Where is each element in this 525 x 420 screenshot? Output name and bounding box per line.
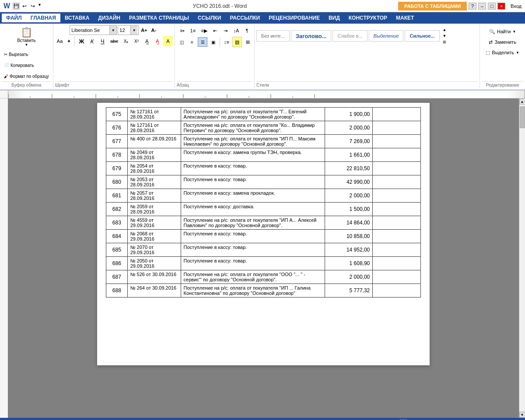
cell-amount[interactable]: 7 269,00 (325, 135, 373, 148)
menu-references[interactable]: ССЫЛКИ (193, 14, 225, 22)
sort-button[interactable]: ↕A (231, 25, 242, 36)
page-wrapper[interactable]: 675 № 127161 от 28.09.2016 Поступление н… (8, 98, 519, 418)
menu-view[interactable]: ВИД (324, 14, 344, 22)
font-color-button[interactable]: А̲ (153, 36, 162, 46)
cell-num[interactable]: 679 (106, 162, 128, 175)
styles-down-button[interactable]: ▼ (442, 33, 448, 39)
style-strong[interactable]: Сильное... (405, 30, 439, 42)
cell-num[interactable]: 678 (106, 148, 128, 162)
cell-num[interactable]: 688 (106, 284, 128, 298)
cell-desc[interactable]: Поступление в кассу: замена группы ТЭН, … (181, 148, 325, 162)
cut-button[interactable]: ✂Вырезать (2, 49, 51, 60)
vertical-scrollbar[interactable]: ▲ ▼ (519, 98, 525, 418)
cell-doc[interactable]: № 127161 от 28.09.2016 (127, 121, 181, 135)
numbering-button[interactable]: 1≡ (188, 25, 198, 36)
line-spacing-button[interactable]: ↕≡ (222, 37, 231, 47)
bullets-button[interactable]: ≡• (178, 25, 187, 36)
undo-icon[interactable]: ↩ (21, 3, 28, 10)
font-size-input[interactable]: ▼ (118, 25, 139, 35)
cell-amount[interactable]: 22 810,50 (325, 162, 373, 175)
replace-button[interactable]: ⇄ Заменить (485, 37, 520, 47)
cell-doc[interactable]: № 2057 от 28.09.2016 (127, 189, 181, 203)
cell-num[interactable]: 686 (106, 257, 128, 270)
minimize-button[interactable]: – (478, 3, 486, 10)
styles-up-button[interactable]: ▲ (442, 27, 448, 33)
format-painter-button[interactable]: 🖌Формат по образцу (2, 71, 51, 81)
cell-desc[interactable]: Поступление в кассу: доставка. (181, 203, 325, 216)
redo-icon[interactable]: ↪ (29, 3, 36, 10)
cell-desc[interactable]: Поступление в кассу: товар. (181, 162, 325, 175)
show-marks-button[interactable]: ¶ (242, 25, 252, 36)
cell-amount[interactable]: 5 777,32 (325, 284, 373, 298)
menu-home[interactable]: ГЛАВНАЯ (26, 14, 60, 22)
cell-desc[interactable]: Поступление в кассу: товар. (181, 257, 325, 270)
cell-num[interactable]: 682 (106, 203, 128, 216)
find-button[interactable]: 🔍 Найти ▼ (485, 27, 520, 36)
cell-desc[interactable]: Поступление на р/с: оплата от покупателя… (181, 135, 325, 148)
cell-amount[interactable]: 14 864,00 (325, 216, 373, 230)
bold-button[interactable]: Ж (77, 36, 86, 46)
menu-file[interactable]: ФАЙЛ (2, 14, 26, 22)
cell-doc[interactable]: № 400 от 28.09.2016 (127, 135, 181, 148)
font-size-field[interactable] (118, 27, 130, 33)
shading-button[interactable]: ▧ (232, 37, 242, 47)
scroll-thumb[interactable] (520, 106, 525, 128)
menu-mailings[interactable]: РАССЫЛКИ (225, 14, 264, 22)
styles-more-button[interactable]: ⊞ (442, 39, 448, 45)
cell-desc[interactable]: Поступление на р/с: оплата от покупателя… (181, 270, 325, 284)
cell-num[interactable]: 687 (106, 270, 128, 284)
cell-num[interactable]: 675 (106, 108, 128, 121)
font-name-field[interactable] (70, 27, 109, 33)
cell-amount[interactable]: 42 990,00 (325, 175, 373, 189)
cell-doc[interactable]: № 2049 от 28.09.2016 (127, 148, 181, 162)
menu-table-design[interactable]: КОНСТРУКТОР (344, 14, 392, 22)
cell-desc[interactable]: Поступление на р/с: оплата от покупателя… (181, 284, 325, 298)
cell-doc[interactable]: № 2070 от 29.09.2016 (127, 243, 181, 257)
cell-amount[interactable]: 2 000,00 (325, 189, 373, 203)
cell-amount[interactable]: 14 952,00 (325, 243, 373, 257)
cell-num[interactable]: 685 (106, 243, 128, 257)
cell-amount[interactable]: 1 500,00 (325, 203, 373, 216)
maximize-button[interactable]: □ (488, 3, 496, 10)
font-name-input[interactable]: ▼ (70, 25, 117, 35)
multilevel-list-button[interactable]: ≡▶ (199, 25, 209, 36)
cell-num[interactable]: 683 (106, 216, 128, 230)
underline-button[interactable]: Ч (98, 36, 107, 46)
cell-doc[interactable]: № 127161 от 28.09.2016 (127, 108, 181, 121)
char-shading-button[interactable]: А (163, 36, 173, 46)
cell-desc[interactable]: Поступление в кассу: товар. (181, 243, 325, 257)
align-justify-button[interactable]: ☰ (198, 37, 207, 47)
cell-amount[interactable]: 1 661,00 (325, 148, 373, 162)
cell-doc[interactable]: № 2068 от 29.09.2016 (127, 230, 181, 243)
menu-table-layout[interactable]: МАКЕТ (392, 14, 418, 22)
close-button[interactable]: × (497, 3, 505, 10)
cell-doc[interactable]: № 264 от 30.09.2016 (127, 284, 181, 298)
style-emphasis[interactable]: Выделение (369, 30, 404, 42)
select-button[interactable]: ⬚ Выделить ▼ (482, 48, 523, 57)
cell-amount[interactable]: 1 608,90 (325, 257, 373, 270)
cell-num[interactable]: 684 (106, 230, 128, 243)
cell-doc[interactable]: № 2053 от 28.09.2016 (127, 175, 181, 189)
cell-amount[interactable]: 2 000,00 (325, 270, 373, 284)
menu-review[interactable]: РЕЦЕНЗИРОВАНИЕ (264, 14, 324, 22)
cell-num[interactable]: 681 (106, 189, 128, 203)
clear-format-button[interactable]: ✦ (65, 37, 73, 46)
find-dropdown[interactable]: ▼ (512, 30, 516, 34)
increase-font-button[interactable]: A+ (140, 26, 148, 35)
cell-amount[interactable]: 10 858,00 (325, 230, 373, 243)
font-size-dropdown[interactable]: ▼ (130, 26, 137, 35)
style-weak[interactable]: Слабое в... (332, 30, 367, 42)
cell-desc[interactable]: Поступление в кассу: товар. (181, 230, 325, 243)
cell-num[interactable]: 680 (106, 175, 128, 189)
copy-button[interactable]: 📄Копировать (2, 60, 51, 70)
help-button[interactable]: ? (469, 3, 476, 10)
scroll-up-button[interactable]: ▲ (519, 98, 525, 105)
decrease-indent-button[interactable]: ⇤ (210, 25, 220, 36)
menu-design[interactable]: ДИЗАЙН (94, 14, 125, 22)
menu-layout[interactable]: РАЗМЕТКА СТРАНИЦЫ (125, 14, 193, 22)
increase-indent-button[interactable]: ⇥ (221, 25, 231, 36)
style-normal[interactable]: Без инте... (256, 30, 290, 42)
cell-amount[interactable]: 2 000,00 (325, 121, 373, 135)
scroll-down-button[interactable]: ▼ (519, 412, 525, 418)
strikethrough-button[interactable]: аbc (108, 36, 120, 46)
